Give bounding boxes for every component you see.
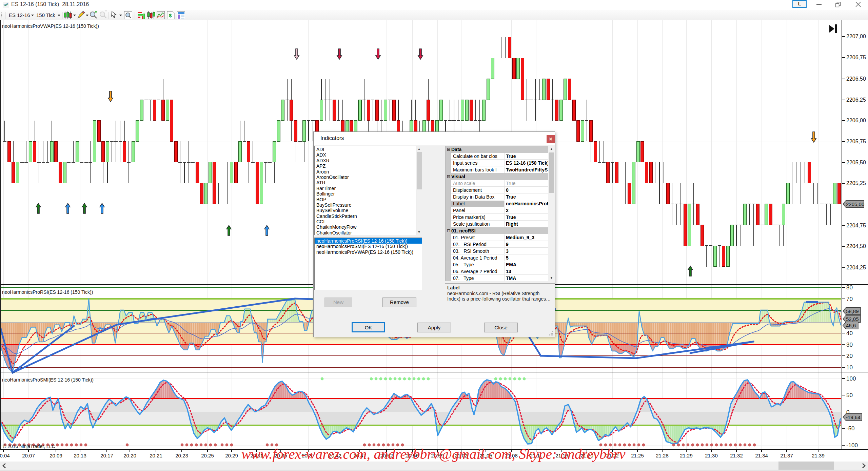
svg-text:20: 20 <box>846 353 853 359</box>
svg-text:ES 12-16: ES 12-16 <box>9 12 30 18</box>
svg-text:2205,75: 2205,75 <box>846 139 866 144</box>
svg-text:2206,00: 2206,00 <box>846 118 866 123</box>
svg-text:21:34: 21:34 <box>755 453 768 458</box>
svg-text:100: 100 <box>846 375 856 382</box>
svg-text:40: 40 <box>846 330 853 336</box>
svg-text:neoHarmonicsProSMI(ES 12-16 (1: neoHarmonicsProSMI(ES 12-16 (150 Tick)) <box>2 377 94 383</box>
svg-text:58,89: 58,89 <box>846 308 859 314</box>
svg-text:-100: -100 <box>846 442 858 449</box>
svg-text:30: 30 <box>846 342 853 348</box>
svg-text:20:21: 20:21 <box>150 453 162 458</box>
svg-text:20:04: 20:04 <box>0 453 10 458</box>
svg-text:52,05: 52,05 <box>846 316 859 322</box>
svg-text:70: 70 <box>846 296 853 302</box>
svg-text:150 Tick: 150 Tick <box>36 12 55 18</box>
svg-text:2206,25: 2206,25 <box>846 97 866 103</box>
svg-text:80: 80 <box>846 284 853 291</box>
svg-text:2205,00: 2205,00 <box>846 201 864 207</box>
svg-text:21:37: 21:37 <box>780 453 793 458</box>
svg-text:20:13: 20:13 <box>74 453 86 458</box>
svg-text:20:29: 20:29 <box>225 453 238 458</box>
svg-text:21:25: 21:25 <box>631 453 644 458</box>
svg-text:20:23: 20:23 <box>175 453 188 458</box>
svg-text:21:39: 21:39 <box>812 453 825 458</box>
svg-text:21:28: 21:28 <box>656 453 669 458</box>
svg-text:20:09: 20:09 <box>50 453 62 458</box>
svg-text:46,6: 46,6 <box>846 323 856 328</box>
svg-text:neoHarmonicsProRSI(ES 12-16 (1: neoHarmonicsProRSI(ES 12-16 (150 Tick)) <box>2 289 93 295</box>
svg-text:20:07: 20:07 <box>22 453 35 458</box>
svg-text:$: $ <box>169 13 172 18</box>
svg-text:2207,00: 2207,00 <box>846 34 866 39</box>
svg-text:neoHarmonicsProVWAP(ES 12-16 (: neoHarmonicsProVWAP(ES 12-16 (150 Tick)) <box>2 23 99 29</box>
svg-text:2204,75: 2204,75 <box>846 223 866 228</box>
svg-text:10: 10 <box>846 364 853 371</box>
svg-text:20:25: 20:25 <box>201 453 214 458</box>
svg-text:-50: -50 <box>846 425 855 432</box>
svg-text:21:29: 21:29 <box>680 453 693 458</box>
svg-text:2206,50: 2206,50 <box>846 76 866 82</box>
svg-text:20:20: 20:20 <box>123 453 136 458</box>
svg-text:2204,50: 2204,50 <box>846 243 866 249</box>
svg-text:50: 50 <box>846 392 853 398</box>
svg-text:21:32: 21:32 <box>730 453 743 458</box>
svg-text:2204,25: 2204,25 <box>846 265 866 270</box>
svg-text:21:30: 21:30 <box>705 453 718 458</box>
svg-text:© 2016 NinjaTrader, LLC: © 2016 NinjaTrader, LLC <box>3 444 55 449</box>
svg-text:2205,50: 2205,50 <box>846 160 866 165</box>
svg-text:2205,25: 2205,25 <box>846 180 866 186</box>
svg-text:2206,75: 2206,75 <box>846 55 866 60</box>
svg-text:-19,64: -19,64 <box>846 414 861 420</box>
svg-text:20:17: 20:17 <box>100 453 113 458</box>
